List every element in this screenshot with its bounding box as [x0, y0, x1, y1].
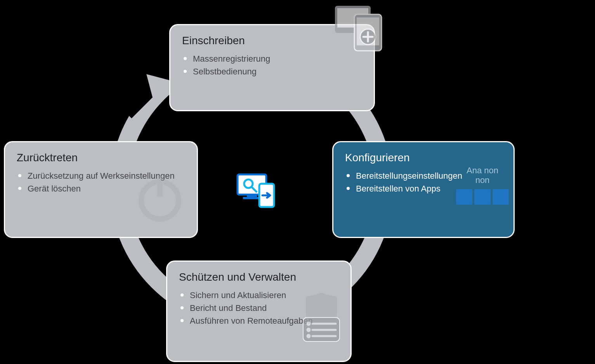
list-item: Massenregistrierung: [182, 52, 362, 65]
card-retire: Zurücktreten Zurücksetzung auf Werkseins…: [4, 141, 198, 238]
center-device-management-icon: [235, 172, 278, 212]
list-item: Selbstbedienung: [182, 65, 362, 78]
card-configure-title: Konfigurieren: [345, 152, 502, 164]
svg-rect-3: [243, 197, 261, 199]
badge-text: Ana non: [467, 166, 498, 175]
card-protect-title: Schützen und Verwalten: [179, 271, 339, 283]
card-enroll: Einschreiben Massenregistrierung Selbstb…: [169, 24, 375, 111]
shield-list-icon: [300, 293, 343, 345]
svg-point-16: [307, 323, 310, 325]
card-configure: Konfigurieren Bereitstellungseinstellung…: [332, 141, 515, 238]
svg-point-18: [307, 329, 310, 331]
badge-text: non: [475, 175, 490, 185]
card-protect: Schützen und Verwalten Sichern und Aktua…: [166, 260, 352, 362]
app-tiles-icon: Ana non non: [455, 166, 510, 208]
card-retire-title: Zurücktreten: [17, 152, 185, 164]
power-icon: [135, 173, 185, 225]
svg-rect-13: [474, 189, 491, 205]
card-enroll-list: Massenregistrierung Selbstbedienung: [182, 52, 362, 78]
svg-rect-12: [456, 189, 472, 205]
devices-add-icon: [335, 6, 385, 54]
svg-rect-14: [493, 189, 509, 205]
lifecycle-diagram: Einschreiben Massenregistrierung Selbstb…: [0, 0, 595, 364]
svg-rect-23: [157, 176, 163, 197]
svg-rect-2: [247, 195, 257, 197]
svg-point-20: [307, 335, 310, 337]
